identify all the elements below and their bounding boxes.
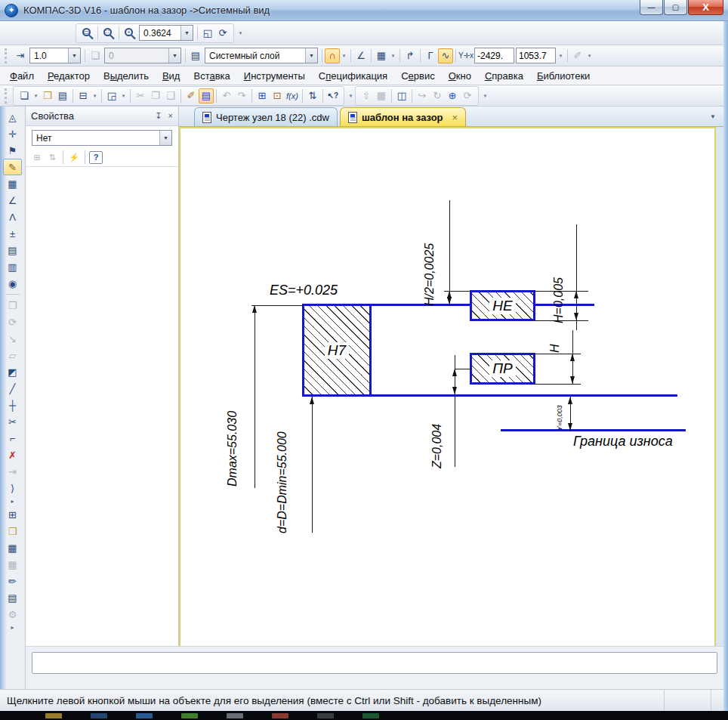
zoom-in-icon[interactable]: + [125, 28, 133, 36]
tool-extend[interactable]: ┼ [3, 397, 22, 413]
ortho-mode-icon[interactable]: Γ [423, 48, 438, 63]
tab-drawing-node[interactable]: Чертеж узел 18 (22) .cdw [194, 107, 338, 126]
local-cs-icon[interactable]: ↱ [403, 48, 418, 63]
dmax-label[interactable]: Dmax=55.030 [226, 305, 239, 487]
tool-copy[interactable]: ❐ [3, 297, 22, 314]
toolbar-grip[interactable] [5, 88, 9, 104]
toolbar-overflow[interactable]: ▾ [347, 93, 355, 99]
pr-label[interactable]: ПР [489, 360, 515, 377]
tool-spec-edit[interactable]: ✏ [3, 573, 22, 589]
taskbar-icon[interactable] [227, 713, 243, 718]
taskbar-icon[interactable] [136, 713, 153, 718]
drawing-canvas[interactable]: H7 НЕ ПР ES=+0.025 H/2=0,0025 H=0,005 H … [179, 127, 723, 646]
taskbar-icon[interactable] [45, 713, 62, 718]
menu-item[interactable]: Вставка [187, 67, 236, 85]
h2-dimension-line[interactable] [449, 200, 450, 306]
taskbar-icon[interactable] [272, 713, 288, 718]
window-manager-icon[interactable]: ⊞ [254, 88, 270, 104]
menu-item[interactable]: Спецификация [312, 67, 394, 85]
tool-mirror[interactable]: ▱ [3, 347, 22, 363]
pin-icon[interactable]: ↧ [155, 111, 162, 121]
es-extension-line[interactable] [251, 305, 304, 306]
taskbar-icon[interactable] [91, 713, 107, 718]
print-preview-icon[interactable]: ◲ [104, 88, 119, 104]
quick-report-icon[interactable]: ⚡ [67, 151, 81, 164]
gauge-zone-pr[interactable]: ПР [470, 353, 535, 385]
minimize-button[interactable]: — [640, 0, 663, 15]
tab-label[interactable]: Чертеж узел 18 (22) .cdw [216, 112, 329, 123]
tab-template-gap[interactable]: шаблон на зазор × [340, 107, 466, 126]
tolerance-zone-h7[interactable]: H7 [302, 304, 372, 397]
model-3d-icon[interactable]: ◫ [394, 88, 409, 104]
taskbar-icon[interactable] [362, 713, 379, 718]
tool-select-flag[interactable]: ⚑ [3, 142, 22, 159]
tool-save-fragment[interactable]: ▤ [3, 242, 22, 258]
panel-close-icon[interactable]: × [168, 111, 173, 121]
toolbar-overflow[interactable]: ▾ [585, 53, 594, 59]
dmin-dimension-line[interactable] [312, 397, 313, 533]
tool-measure[interactable]: ✛ [3, 125, 22, 142]
menu-item[interactable]: Окно [442, 67, 478, 85]
new-document-icon[interactable]: ❏ [17, 88, 32, 104]
tool-align[interactable]: ⇥ [3, 463, 22, 480]
tool-edit[interactable]: ✎ [3, 159, 22, 175]
tool-hatch[interactable]: ▦ [3, 175, 22, 192]
toolbar-expand-handle[interactable]: ▸ [3, 496, 22, 506]
taskbar-icon[interactable] [181, 713, 198, 718]
tool-spec-settings[interactable]: ⚙ [3, 606, 22, 623]
tool-rotate[interactable]: ⟳ [3, 314, 22, 330]
print-dropdown[interactable]: ▾ [91, 93, 99, 99]
grid-icon[interactable]: ▦ [374, 48, 389, 63]
dmin-label[interactable]: d=D=Dmin=55.000 [276, 413, 289, 533]
taskbar-icon[interactable] [317, 713, 334, 718]
properties-icon[interactable]: ▤ [199, 88, 214, 104]
z-label[interactable]: Z=0,004 [430, 397, 444, 468]
tool-contour[interactable]: ⌐ [3, 430, 22, 447]
layer-dropdown-icon[interactable]: ▼ [305, 48, 317, 63]
wear-limit-label[interactable]: Граница износа [573, 434, 673, 450]
zoom-scale-combobox[interactable]: 0.3624 ▼ [139, 25, 193, 41]
tab-list-dropdown-icon[interactable]: ▼ [710, 113, 716, 120]
tool-plus-minus[interactable]: ± [3, 225, 22, 242]
tool-delete[interactable]: ✗ [3, 447, 22, 463]
toolbar-overflow[interactable]: ▾ [557, 53, 565, 59]
pr-right-extension-bottom[interactable] [534, 384, 581, 385]
tool-point[interactable]: ◬ [3, 109, 22, 125]
layers-icon[interactable]: ▤ [188, 48, 203, 63]
tool-perpendicular[interactable]: ∠ [3, 192, 22, 209]
tool-spec-grid[interactable]: ▦ [3, 556, 22, 573]
grid-dropdown[interactable]: ▾ [389, 53, 397, 59]
tool-break[interactable]: ✂ [3, 413, 22, 430]
tool-curve-edit[interactable]: ⟩ [3, 480, 22, 496]
tool-spec-doc[interactable]: ▤ [3, 589, 22, 606]
es-label[interactable]: ES=+0.025 [270, 283, 338, 298]
tool-trim[interactable]: ╱ [3, 380, 22, 397]
zoom-by-frame-icon[interactable]: ▭ [82, 28, 91, 36]
zoom-scale-dropdown-icon[interactable]: ▼ [180, 26, 193, 40]
maximize-button[interactable]: ▢ [664, 0, 687, 15]
menu-item[interactable]: Редактор [41, 67, 97, 85]
menu-item[interactable]: Справка [478, 67, 530, 85]
h2-label[interactable]: H/2=0,0025 [423, 197, 436, 306]
help-icon[interactable]: ? [89, 151, 103, 164]
toolbar-separator[interactable] [3, 292, 22, 297]
context-help-icon[interactable]: ↖? [325, 88, 341, 104]
angle-snap-icon[interactable]: ∠ [353, 48, 369, 63]
app-logo-icon[interactable]: ✦ [5, 4, 18, 17]
layer-combobox[interactable]: Системный слой ▼ [205, 48, 318, 63]
refresh-view-icon[interactable]: ⟳ [215, 26, 230, 41]
step-dropdown-icon[interactable]: ▼ [68, 48, 80, 63]
tool-deform[interactable]: ◩ [3, 363, 22, 380]
menu-item[interactable]: Вид [156, 67, 187, 85]
snap-magnet-icon[interactable]: ∩ [325, 48, 340, 63]
show-all-icon[interactable]: ◱ [200, 26, 215, 41]
menu-item[interactable]: Библиотеки [530, 67, 597, 85]
close-button[interactable]: X [688, 0, 723, 15]
tool-spec-table[interactable]: ▦ [3, 539, 22, 556]
copy-properties-icon[interactable]: ✐ [184, 88, 199, 104]
y-label[interactable]: Y=0,003 [556, 397, 563, 431]
snap-dropdown[interactable]: ▾ [340, 53, 348, 59]
menu-item[interactable]: Выделить [97, 67, 156, 85]
h7-label[interactable]: H7 [325, 342, 349, 359]
toolbar-overflow[interactable]: ▾ [236, 30, 245, 36]
